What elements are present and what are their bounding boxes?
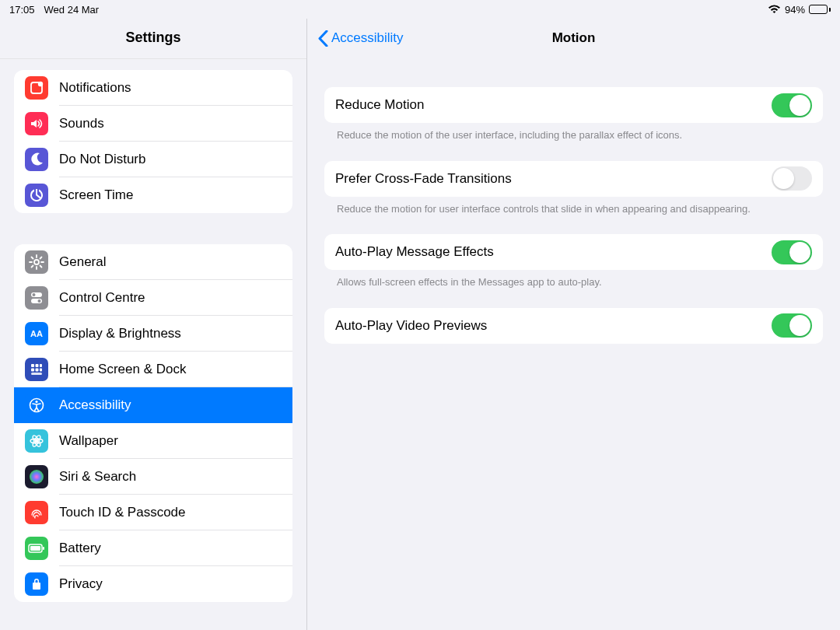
sidebar-item-label: Do Not Disturb <box>59 152 145 167</box>
battery-percent: 94% <box>785 4 805 16</box>
wifi-icon <box>768 5 781 14</box>
sidebar-item-label: Display & Brightness <box>59 326 181 341</box>
sidebar-item-wallpaper[interactable]: Wallpaper <box>14 423 292 459</box>
svg-rect-23 <box>30 546 40 551</box>
svg-rect-11 <box>31 369 34 372</box>
display-brightness-icon: AA <box>25 322 48 345</box>
sidebar-item-notifications[interactable]: Notifications <box>14 70 292 106</box>
sidebar-item-touch-id-passcode[interactable]: Touch ID & Passcode <box>14 495 292 530</box>
setting-footer: Allows full-screen effects in the Messag… <box>324 270 823 308</box>
sidebar-item-do-not-disturb[interactable]: Do Not Disturb <box>14 142 292 177</box>
setting-row-prefer-cross-fade-transitions: Prefer Cross-Fade Transitions <box>324 161 823 197</box>
sidebar-item-label: Notifications <box>59 80 131 96</box>
svg-rect-8 <box>31 364 34 367</box>
sidebar-item-accessibility[interactable]: Accessibility <box>14 387 292 423</box>
svg-rect-14 <box>31 373 42 375</box>
sidebar-item-label: Sounds <box>59 116 104 131</box>
status-bar: 17:05 Wed 24 Mar 94% <box>0 0 840 19</box>
battery-icon <box>25 537 48 560</box>
accessibility-icon <box>25 394 48 417</box>
sidebar-item-display-brightness[interactable]: AADisplay & Brightness <box>14 316 292 352</box>
control-centre-icon <box>25 286 48 310</box>
screen-time-icon <box>25 184 48 207</box>
sidebar-item-label: Control Centre <box>59 290 145 306</box>
svg-point-4 <box>33 293 36 296</box>
toggle-auto-play-message-effects[interactable] <box>772 240 812 264</box>
setting-label: Prefer Cross-Fade Transitions <box>335 171 512 187</box>
toggle-reduce-motion[interactable] <box>772 93 812 117</box>
back-button[interactable]: Accessibility <box>318 30 404 47</box>
setting-row-auto-play-video-previews: Auto-Play Video Previews <box>324 308 823 344</box>
setting-label: Auto-Play Video Previews <box>335 318 487 334</box>
status-date: Wed 24 Mar <box>44 4 100 16</box>
toggle-auto-play-video-previews[interactable] <box>772 313 812 338</box>
status-time: 17:05 <box>9 4 35 16</box>
sidebar-item-label: Accessibility <box>59 397 131 413</box>
do-not-disturb-icon <box>25 148 48 171</box>
privacy-icon <box>25 572 48 596</box>
sidebar-item-label: Wallpaper <box>59 433 118 449</box>
setting-row-reduce-motion: Reduce Motion <box>324 87 823 123</box>
sidebar-item-screen-time[interactable]: Screen Time <box>14 177 292 213</box>
setting-row-auto-play-message-effects: Auto-Play Message Effects <box>324 234 823 270</box>
svg-text:AA: AA <box>30 329 43 338</box>
sidebar-title: Settings <box>0 19 306 59</box>
setting-footer <box>324 344 823 362</box>
sidebar-item-home-screen-dock[interactable]: Home Screen & Dock <box>14 352 292 387</box>
sidebar-item-sounds[interactable]: Sounds <box>14 106 292 142</box>
sidebar-item-general[interactable]: General <box>14 244 292 280</box>
sounds-icon <box>25 112 48 135</box>
chevron-left-icon <box>318 30 328 47</box>
home-screen-dock-icon <box>25 358 48 381</box>
svg-rect-10 <box>40 364 42 367</box>
svg-point-2 <box>34 260 39 264</box>
sidebar-item-label: Home Screen & Dock <box>59 362 186 377</box>
general-icon <box>25 250 48 274</box>
setting-footer: Reduce the motion for user interface con… <box>324 197 823 235</box>
svg-point-1 <box>38 82 43 86</box>
sidebar-item-control-centre[interactable]: Control Centre <box>14 280 292 316</box>
sidebar-item-siri-search[interactable]: Siri & Search <box>14 459 292 495</box>
sidebar-item-label: Siri & Search <box>59 469 136 485</box>
sidebar-item-label: Touch ID & Passcode <box>59 505 186 520</box>
svg-rect-12 <box>36 369 39 372</box>
svg-rect-9 <box>36 364 39 367</box>
sidebar-item-battery[interactable]: Battery <box>14 530 292 566</box>
sidebar-item-privacy[interactable]: Privacy <box>14 566 292 602</box>
svg-rect-24 <box>43 547 44 550</box>
toggle-prefer-cross-fade-transitions[interactable] <box>772 166 812 191</box>
svg-point-21 <box>30 470 44 484</box>
svg-rect-13 <box>40 369 42 372</box>
sidebar-item-label: General <box>59 254 106 270</box>
touch-id-passcode-icon <box>25 501 48 524</box>
sidebar: Settings NotificationsSoundsDo Not Distu… <box>0 19 307 630</box>
notifications-icon <box>25 76 48 100</box>
svg-point-6 <box>38 299 41 303</box>
siri-search-icon <box>25 465 48 488</box>
detail-pane: Accessibility Motion Reduce MotionReduce… <box>307 19 840 630</box>
setting-label: Auto-Play Message Effects <box>335 244 494 260</box>
sidebar-item-label: Battery <box>59 541 101 556</box>
battery-icon <box>809 5 831 14</box>
sidebar-item-label: Screen Time <box>59 187 133 203</box>
back-label: Accessibility <box>331 30 404 46</box>
setting-footer: Reduce the motion of the user interface,… <box>324 123 823 161</box>
setting-label: Reduce Motion <box>335 97 424 113</box>
wallpaper-icon <box>25 429 48 453</box>
sidebar-item-label: Privacy <box>59 576 103 592</box>
svg-point-16 <box>35 401 37 403</box>
